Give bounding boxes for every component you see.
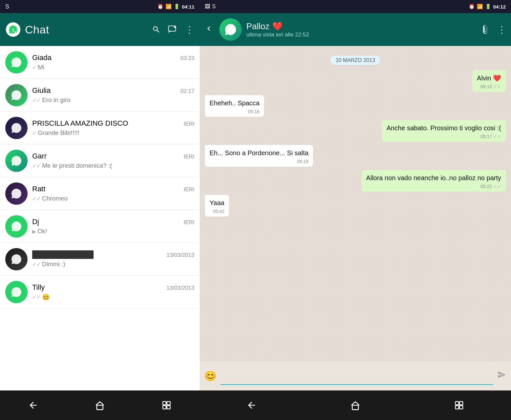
right-recents-button[interactable] [449,395,469,415]
right-home-button[interactable] [345,395,365,415]
right-status-left: 🖼 S [205,4,216,10]
chat-item-ratt[interactable]: RattIERI✓✓Chromeo [0,177,200,210]
chat-info-giulia: Giulia02:17✓✓Ero in giro [32,86,194,104]
svg-rect-7 [163,406,166,409]
chat-menu-icon[interactable]: ⋮ [497,24,506,35]
chat-time-ratt: IERI [184,186,194,193]
svg-rect-9 [352,405,359,410]
avatar-unknown [5,248,28,270]
chat-name-unknown: ████████████ [32,250,94,259]
bubble-text-m6: Yaaa [210,198,224,207]
chat-preview-unknown: ✓✓Dimmi :) [32,261,194,268]
svg-rect-11 [459,402,463,405]
contact-name-row: Palloz ❤️ [246,21,476,32]
chat-time-priscilla: IERI [184,121,194,127]
msg-row-m5: Allora non vado neanche io..no palloz no… [205,170,506,192]
chat-item-giulia[interactable]: Giulia02:17✓✓Ero in giro [0,79,200,112]
bubble-time-m3: 05:17 [480,134,492,139]
new-chat-icon[interactable] [168,25,178,34]
svg-rect-10 [455,402,459,405]
chat-info-ratt: RattIERI✓✓Chromeo [32,185,194,202]
chat-item-dj[interactable]: DjIERI▶Ok! [0,210,200,243]
recents-button[interactable] [157,395,176,415]
chat-info-dj: DjIERI▶Ok! [32,218,194,235]
bubble-text-m2: Eheheh.. Spacca [210,98,259,108]
contact-last-seen: ultima vista ieri alle 22:52 [246,32,476,38]
left-status-bar: S ⏰ 📶 🔋 04:11 [0,0,200,13]
left-app-bar: Chat ⋮ [0,13,200,46]
msg-row-m3: Anche sabato. Prossimo ti voglio cosi :(… [205,120,506,142]
chat-preview-giulia: ✓✓Ero in giro [32,96,194,104]
avatar-priscilla [5,117,28,139]
bubble-m1: Alvin ❤️05:13✓✓ [472,70,506,92]
gallery-icon: 🖼 [205,4,210,10]
svg-rect-6 [167,402,170,405]
app-bar-actions: ⋮ [152,24,194,35]
message-input[interactable] [220,367,493,385]
chat-name-dj: Dj [32,218,39,226]
battery-icon: 🔋 [174,4,180,10]
right-time-text: 04:12 [493,4,506,10]
menu-icon[interactable]: ⋮ [185,24,194,35]
header-actions: ⋮ [481,24,506,35]
chat-name-giada: Giada [32,53,52,62]
back-button[interactable] [23,395,43,415]
right-bottom-nav [200,390,511,420]
wifi-icon: 📶 [166,4,172,10]
avatar-giada [5,51,28,74]
bubble-text-m3: Anche sabato. Prossimo ti voglio cosi :( [387,123,501,133]
svg-rect-5 [163,402,166,405]
swype-icon: S [5,3,9,10]
avatar-garr [5,150,28,172]
chat-info-giada: Giada03:23✓Mi [32,53,194,71]
battery-icon-r: 🔋 [485,4,491,10]
msg-row-m2: Eheheh.. Spacca05:16 [205,95,506,117]
svg-rect-13 [459,406,463,409]
app-title: Chat [25,23,147,36]
send-button[interactable] [497,370,506,382]
bubble-m3: Anche sabato. Prossimo ti voglio cosi :(… [382,120,506,142]
swype-icon-right: S [212,4,216,10]
search-icon[interactable] [152,25,161,34]
chat-back-button[interactable] [204,24,213,35]
chat-time-tilly: 13/03/2013 [167,285,194,291]
bubble-time-m4: 05:19 [297,159,308,164]
left-status-time: ⏰ 📶 🔋 04:11 [157,4,194,10]
contact-avatar[interactable] [219,18,242,41]
home-button[interactable] [90,395,110,415]
chat-item-priscilla[interactable]: PRISCILLA AMAZING DISCOIERI✓Grande Bibi!… [0,112,200,144]
chat-item-giada[interactable]: Giada03:23✓Mi [0,46,200,79]
heart-emoji: ❤️ [272,21,283,32]
chat-info-tilly: Tilly13/03/2013✓✓😊 [32,283,194,301]
chat-item-tilly[interactable]: Tilly13/03/2013✓✓😊 [0,276,200,308]
chat-header: Palloz ❤️ ultima vista ieri alle 22:52 ⋮ [200,13,511,46]
bubble-m2: Eheheh.. Spacca05:16 [205,95,264,117]
bubble-time-m2: 05:16 [248,109,259,114]
svg-rect-4 [97,405,103,410]
chat-name-garr: Garr [32,152,47,160]
attach-icon[interactable] [481,25,490,34]
input-area: 😊 [200,361,511,390]
chat-list: Giada03:23✓MiGiulia02:17✓✓Ero in giroPRI… [0,46,200,390]
bubble-time-m5: 05:22 [480,184,492,189]
svg-rect-8 [167,406,170,409]
bubble-text-m1: Alvin ❤️ [477,74,501,83]
right-back-button[interactable] [242,395,261,415]
chat-info-priscilla: PRISCILLA AMAZING DISCOIERI✓Grande Bibi!… [32,119,194,136]
chat-item-unknown[interactable]: ████████████13/03/2013✓✓Dimmi :) [0,243,200,276]
emoji-button[interactable]: 😊 [204,370,216,382]
whatsapp-logo [6,22,20,37]
chat-time-garr: IERI [184,154,194,160]
chat-preview-priscilla: ✓Grande Bibi!!!!! [32,129,194,136]
bubble-m5: Allora non vado neanche io..no palloz no… [362,170,506,192]
chat-time-dj: IERI [184,219,194,226]
chat-item-garr[interactable]: GarrIERI✓✓Me le presti domenica? :( [0,144,200,177]
chat-preview-ratt: ✓✓Chromeo [32,195,194,202]
messages-area: 10 MARZO 2013 Alvin ❤️05:13✓✓Eheheh.. Sp… [200,46,511,361]
chat-name-ratt: Ratt [32,185,45,193]
bubble-m6: Yaaa05:42 [205,195,229,217]
bubble-time-m1: 05:13 [480,84,492,89]
bubble-checks-m3: ✓✓ [493,134,501,139]
bubble-checks-m5: ✓✓ [493,184,501,189]
contact-name: Palloz [246,21,270,32]
